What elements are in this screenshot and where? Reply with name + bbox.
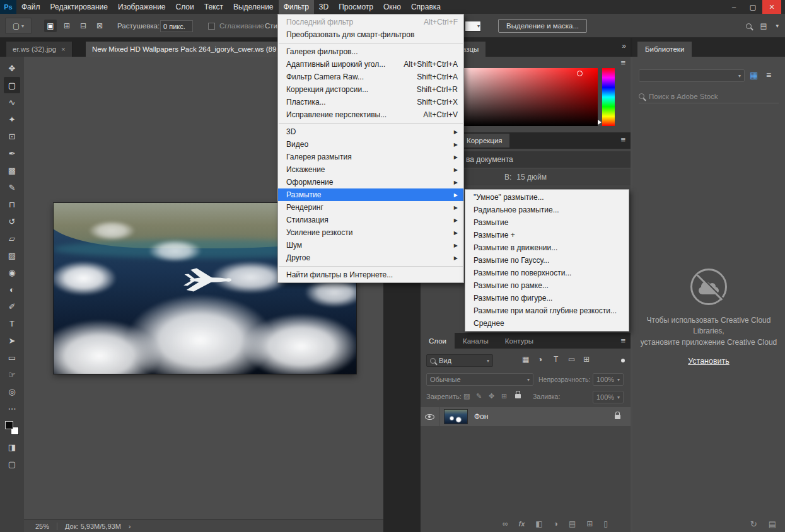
menu-item-camera-raw[interactable]: Фильтр Camera Raw... Shift+Ctrl+A [278, 71, 463, 83]
layer-filter-toggle[interactable] [621, 359, 625, 362]
menu-window[interactable]: Окно [378, 0, 406, 14]
menu-view[interactable]: Просмотр [334, 0, 378, 14]
menu-item-distort[interactable]: Искажение ▶ [278, 163, 463, 176]
marquee-tool[interactable]: ▢ [4, 77, 20, 93]
layer-visibility-cell[interactable] [421, 407, 439, 426]
tab-paths[interactable]: Контуры [497, 333, 542, 349]
menu-item-3d[interactable]: 3D ▶ [278, 125, 463, 138]
menu-item-video[interactable]: Видео ▶ [278, 138, 463, 151]
zoom-tool[interactable]: ◎ [4, 383, 20, 400]
menu-item-render[interactable]: Рендеринг ▶ [278, 201, 463, 214]
intersect-selection-icon[interactable]: ⊠ [93, 20, 106, 32]
opacity-select[interactable]: 100% ▾ [593, 373, 624, 386]
eyedropper-tool[interactable]: ✒ [4, 145, 20, 161]
blur-tool[interactable]: ◉ [4, 264, 20, 280]
tab-close-icon[interactable]: × [61, 45, 66, 53]
type-tool[interactable]: T [4, 315, 20, 332]
history-brush-tool[interactable]: ↺ [4, 213, 20, 229]
quick-selection-tool[interactable]: ✦ [4, 111, 20, 127]
delete-layer-icon[interactable]: ▯ [603, 519, 608, 528]
quick-mask-button[interactable]: ◨ [4, 439, 20, 455]
menu-image[interactable]: Изображение [113, 0, 171, 14]
search-icon[interactable] [746, 23, 752, 29]
submenu-item-lens-blur[interactable]: Размытие при малой глубине резкости... [465, 304, 629, 317]
submenu-item-motion-blur[interactable]: Размытие в движении... [465, 241, 629, 254]
adjustments-menu-icon[interactable]: ≡ [620, 135, 625, 144]
sync-icon[interactable]: ↻ [750, 519, 757, 529]
submenu-item-shape-blur[interactable]: Размытие по фигуре... [465, 292, 629, 304]
lock-image-icon[interactable]: ✎ [476, 392, 482, 400]
menu-item-other[interactable]: Другое ▶ [278, 252, 463, 264]
document-tab-1[interactable]: er.ws (32).jpg × [6, 42, 73, 57]
chevron-down-icon[interactable]: ▾ [776, 23, 779, 29]
menu-item-adaptive-wide-angle[interactable]: Адаптивный широкий угол... Alt+Shift+Ctr… [278, 58, 463, 71]
submenu-item-smart-blur[interactable]: "Умное" размытие... [465, 191, 629, 204]
tab-channels[interactable]: Каналы [455, 333, 497, 349]
submenu-item-surface-blur[interactable]: Размытие по поверхности... [465, 267, 629, 279]
eraser-tool[interactable]: ▱ [4, 230, 20, 246]
hue-slider[interactable] [602, 68, 615, 126]
menu-item-liquify[interactable]: Пластика... Shift+Ctrl+X [278, 96, 463, 108]
gradient-tool[interactable]: ▨ [4, 247, 20, 263]
submenu-item-average[interactable]: Среднее [465, 317, 629, 330]
submenu-item-blur[interactable]: Размытие [465, 216, 629, 229]
feather-input[interactable] [160, 20, 193, 32]
filter-type-layers-icon[interactable]: T [554, 355, 558, 364]
menu-item-vanishing-point[interactable]: Исправление перспективы... Alt+Ctrl+V [278, 108, 463, 121]
menu-help[interactable]: Справка [406, 0, 446, 14]
menu-item-stylize[interactable]: Стилизация ▶ [278, 214, 463, 226]
clone-stamp-tool[interactable]: ⊓ [4, 196, 20, 212]
status-chevron-icon[interactable]: › [129, 523, 131, 530]
zoom-level[interactable]: 25% [35, 523, 49, 530]
layer-filter-search[interactable]: Вид ▾ [426, 354, 493, 367]
menu-type[interactable]: Текст [199, 0, 228, 14]
menu-item-browse-filters-online[interactable]: Найти фильтры в Интернете... [278, 269, 463, 281]
new-group-icon[interactable]: ▤ [569, 519, 576, 528]
submenu-item-blur-more[interactable]: Размытие + [465, 229, 629, 241]
anti-alias-checkbox[interactable] [208, 23, 215, 30]
filter-adjustment-layers-icon[interactable]: ◑ [538, 355, 542, 364]
eye-icon[interactable] [425, 414, 434, 420]
color-picker-marker[interactable] [577, 71, 583, 76]
tab-adjustments[interactable]: Коррекция [460, 134, 509, 147]
shape-tool[interactable]: ▭ [4, 349, 20, 366]
submenu-item-radial-blur[interactable]: Радиальное размытие... [465, 204, 629, 216]
menu-item-pixelate[interactable]: Оформление ▶ [278, 176, 463, 188]
adjustment-layer-icon[interactable]: ◑ [554, 519, 558, 528]
menu-item-sharpen[interactable]: Усиление резкости ▶ [278, 226, 463, 239]
menu-item-convert-smart-filters[interactable]: Преобразовать для смарт-фильтров [278, 28, 463, 41]
libraries-list-icon[interactable]: ▤ [769, 519, 776, 529]
menu-select[interactable]: Выделение [228, 0, 279, 14]
hand-tool[interactable]: ☞ [4, 366, 20, 383]
workspace-icon[interactable]: ▤ [760, 21, 767, 30]
edit-toolbar-icon[interactable]: ⋯ [4, 400, 20, 417]
crop-tool[interactable]: ⊡ [4, 128, 20, 144]
layer-thumbnail[interactable] [444, 409, 468, 424]
menu-item-blur[interactable]: Размытие ▶ [278, 188, 463, 201]
fill-select[interactable]: 100% ▾ [593, 391, 624, 403]
menu-filter[interactable]: Фильтр [279, 0, 314, 14]
document-tab-2[interactable]: New Mixed HD Wallpapers Pack 264_igoryk_… [86, 42, 282, 57]
minimize-button[interactable]: – [724, 0, 743, 14]
stock-search-field[interactable]: Поиск в Adobe Stock [639, 90, 779, 103]
library-select[interactable]: ▾ [639, 69, 745, 82]
add-selection-icon[interactable]: ⊞ [61, 20, 73, 32]
lock-all-icon[interactable] [515, 394, 521, 398]
lasso-tool[interactable]: ∿ [4, 94, 20, 110]
new-selection-icon[interactable]: ▣ [44, 20, 57, 32]
menu-item-lens-correction[interactable]: Коррекция дисторсии... Shift+Ctrl+R [278, 83, 463, 96]
healing-brush-tool[interactable]: ▩ [4, 162, 20, 178]
menu-file[interactable]: Файл [16, 0, 45, 14]
brush-tool[interactable]: ✎ [4, 179, 20, 195]
layer-style-icon[interactable]: fx [519, 520, 525, 528]
swatches-menu-icon[interactable]: ≡ [620, 58, 625, 67]
menu-item-filter-gallery[interactable]: Галерея фильтров... [278, 45, 463, 58]
menu-item-blur-gallery[interactable]: Галерея размытия ▶ [278, 151, 463, 163]
screen-mode-button[interactable]: ▢ [4, 456, 20, 472]
install-link[interactable]: Установить [688, 356, 730, 367]
path-selection-tool[interactable]: ➤ [4, 332, 20, 349]
color-swatches[interactable] [5, 421, 19, 435]
dodge-tool[interactable]: ◐ [4, 281, 20, 298]
hue-slider-marker[interactable] [598, 120, 602, 125]
tab-layers[interactable]: Слои [421, 333, 455, 349]
